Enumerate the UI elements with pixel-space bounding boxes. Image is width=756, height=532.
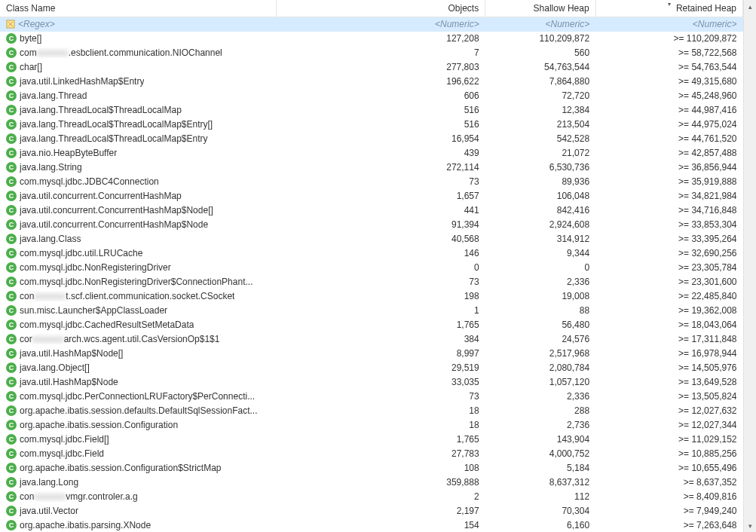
table-row[interactable]: Cjava.lang.Long359,8888,637,312>= 8,637,… — [0, 475, 743, 490]
table-row[interactable]: Cjava.lang.ThreadLocal$ThreadLocalMap$En… — [0, 132, 743, 146]
class-name-text: com.mysql.jdbc.Field — [20, 448, 104, 459]
shallow-heap-cell: 2,336 — [485, 275, 595, 289]
column-header-objects[interactable]: Objects — [276, 0, 485, 17]
class-icon: C — [6, 62, 17, 72]
table-row[interactable]: Cjava.util.LinkedHashMap$Entry196,6227,8… — [0, 75, 743, 89]
column-header-class-name[interactable]: Class Name — [0, 0, 276, 17]
table-row[interactable]: Cjava.util.concurrent.ConcurrentHashMap$… — [0, 218, 743, 232]
class-name-text: java.lang.ThreadLocal$ThreadLocalMap — [20, 105, 182, 115]
table-row[interactable]: Cjava.lang.Object[]29,5192,080,784>= 14,… — [0, 361, 743, 375]
class-name-text: java.util.LinkedHashMap$Entry — [20, 76, 144, 87]
table-row[interactable]: Corg.apache.ibatis.session.Configuration… — [0, 461, 743, 475]
class-icon: C — [6, 320, 17, 330]
column-header-retained-heap[interactable]: ▾ Retained Heap — [595, 0, 742, 17]
objects-filter-input[interactable]: <Numeric> — [276, 17, 485, 32]
class-name-text: com.mysql.jdbc.PerConnectionLRUFactory$P… — [20, 391, 255, 402]
table-row[interactable]: Ccom.mysql.jdbc.NonRegisteringDriver00>=… — [0, 261, 743, 275]
shallow-heap-cell: 1,057,120 — [485, 375, 595, 390]
regex-filter-input[interactable]: <Regex> — [18, 19, 55, 29]
retained-heap-cell: >= 16,978,944 — [595, 347, 742, 361]
table-row[interactable]: Cbyte[]127,208110,209,872>= 110,209,872 — [0, 32, 743, 46]
shallow-heap-cell: 106,048 — [485, 189, 595, 203]
class-icon: C — [6, 133, 17, 144]
table-row[interactable]: Cjava.lang.String272,1146,530,736>= 36,8… — [0, 161, 743, 175]
retained-heap-cell: >= 44,987,416 — [595, 103, 742, 118]
table-row[interactable]: Ccorxxxxxxxarch.wcs.agent.util.CasVersio… — [0, 332, 743, 347]
class-icon: C — [6, 90, 17, 101]
class-name-text: java.util.Vector — [20, 506, 78, 516]
table-row[interactable]: Ccom.mysql.jdbc.util.LRUCache1469,344>= … — [0, 246, 743, 261]
objects-cell: 146 — [276, 246, 485, 261]
class-name-text: com.mysql.jdbc.util.LRUCache — [20, 248, 142, 258]
retained-filter-input[interactable]: <Numeric> — [595, 17, 742, 32]
retained-heap-cell: >= 44,975,024 — [595, 118, 742, 132]
table-row[interactable]: Cjava.lang.ThreadLocal$ThreadLocalMap516… — [0, 103, 743, 118]
class-icon: C — [6, 277, 17, 287]
scroll-up-icon[interactable]: ▴ — [744, 0, 757, 13]
table-row[interactable]: Cjava.util.concurrent.ConcurrentHashMap$… — [0, 203, 743, 218]
class-name-text: java.lang.Object[] — [20, 362, 90, 373]
class-icon: C — [6, 477, 17, 488]
filter-row[interactable]: <Regex> <Numeric> <Numeric> <Numeric> — [0, 17, 743, 32]
class-icon: C — [6, 262, 17, 273]
class-icon: C — [6, 191, 17, 201]
class-name-text: java.util.concurrent.ConcurrentHashMap$N… — [20, 219, 208, 230]
objects-cell: 7 — [276, 46, 485, 60]
objects-cell: 27,783 — [276, 447, 485, 461]
table-row[interactable]: Ccom.mysql.jdbc.PerConnectionLRUFactory$… — [0, 390, 743, 404]
class-name-text: java.util.concurrent.ConcurrentHashMap$N… — [20, 205, 213, 216]
table-row[interactable]: Cchar[]277,80354,763,544>= 54,763,544 — [0, 60, 743, 75]
objects-cell: 606 — [276, 89, 485, 103]
table-row[interactable]: Cjava.nio.HeapByteBuffer43921,072>= 42,8… — [0, 146, 743, 161]
class-icon: C — [6, 463, 17, 473]
table-row[interactable]: Corg.apache.ibatis.session.defaults.Defa… — [0, 404, 743, 418]
table-row[interactable]: Ccom.mysql.jdbc.Field27,7834,000,752>= 1… — [0, 447, 743, 461]
table-row[interactable]: Csun.misc.Launcher$AppClassLoader188>= 1… — [0, 304, 743, 318]
table-row[interactable]: Corg.apache.ibatis.parsing.XNode1546,160… — [0, 518, 743, 533]
table-row[interactable]: Ccom.mysql.jdbc.Field[]1,765143,904>= 11… — [0, 433, 743, 447]
redacted-text: xxxxxxx — [37, 47, 69, 58]
class-icon: C — [6, 520, 17, 530]
table-row[interactable]: Cjava.util.HashMap$Node33,0351,057,120>=… — [0, 375, 743, 390]
shallow-heap-cell: 288 — [485, 404, 595, 418]
class-name-text: com.mysql.jdbc.NonRegisteringDriver$Conn… — [20, 277, 253, 287]
table-row[interactable]: Cjava.lang.Thread60672,720>= 45,248,960 — [0, 89, 743, 103]
vertical-scrollbar[interactable]: ▴ ▾ — [743, 0, 756, 532]
class-name-text: java.lang.Thread — [20, 90, 87, 101]
objects-cell: 277,803 — [276, 60, 485, 75]
shallow-heap-cell: 6,160 — [485, 518, 595, 533]
class-name-text: java.util.HashMap$Node — [20, 377, 118, 387]
objects-cell: 18 — [276, 418, 485, 433]
table-row[interactable]: Cjava.lang.ThreadLocal$ThreadLocalMap$En… — [0, 118, 743, 132]
redacted-text: xxxxxxx — [32, 334, 64, 344]
table-row[interactable]: Cjava.util.concurrent.ConcurrentHashMap1… — [0, 189, 743, 203]
class-icon: C — [6, 105, 17, 115]
objects-cell: 16,954 — [276, 132, 485, 146]
table-row[interactable]: Cjava.util.HashMap$Node[]8,9972,517,968>… — [0, 347, 743, 361]
retained-heap-cell: >= 11,029,152 — [595, 433, 742, 447]
table-row[interactable]: Corg.apache.ibatis.session.Configuration… — [0, 418, 743, 433]
shallow-filter-input[interactable]: <Numeric> — [485, 17, 595, 32]
retained-heap-cell: >= 33,853,304 — [595, 218, 742, 232]
table-row[interactable]: Ccomxxxxxxx.esbclient.communication.NIOC… — [0, 46, 743, 60]
shallow-heap-cell: 56,480 — [485, 318, 595, 332]
class-icon: C — [6, 205, 17, 216]
table-row[interactable]: Ccom.mysql.jdbc.JDBC4Connection7389,936>… — [0, 175, 743, 189]
table-row[interactable]: Cjava.lang.Class40,568314,912>= 33,395,2… — [0, 232, 743, 246]
table-row[interactable]: Ccom.mysql.jdbc.NonRegisteringDriver$Con… — [0, 275, 743, 289]
column-header-shallow-heap[interactable]: Shallow Heap — [485, 0, 595, 17]
shallow-heap-cell: 2,336 — [485, 390, 595, 404]
shallow-heap-cell: 542,528 — [485, 132, 595, 146]
table-row[interactable]: Cjava.util.Vector2,19770,304>= 7,949,240 — [0, 504, 743, 518]
objects-cell: 91,394 — [276, 218, 485, 232]
table-row[interactable]: Ccom.mysql.jdbc.CachedResultSetMetaData1… — [0, 318, 743, 332]
shallow-heap-cell: 24,576 — [485, 332, 595, 347]
class-icon: C — [6, 506, 17, 516]
table-row[interactable]: Cconxxxxxxxvmgr.controler.a.g2112>= 8,40… — [0, 490, 743, 504]
class-icon: C — [6, 448, 17, 459]
class-name-text: comxxxxxxx.esbclient.communication.NIOCh… — [20, 47, 222, 58]
table-row[interactable]: Cconxxxxxxxt.scf.client.communication.so… — [0, 289, 743, 304]
sort-indicator-icon: ▾ — [668, 1, 671, 8]
class-name-text: java.util.concurrent.ConcurrentHashMap — [20, 191, 182, 201]
scroll-down-icon[interactable]: ▾ — [744, 519, 757, 532]
